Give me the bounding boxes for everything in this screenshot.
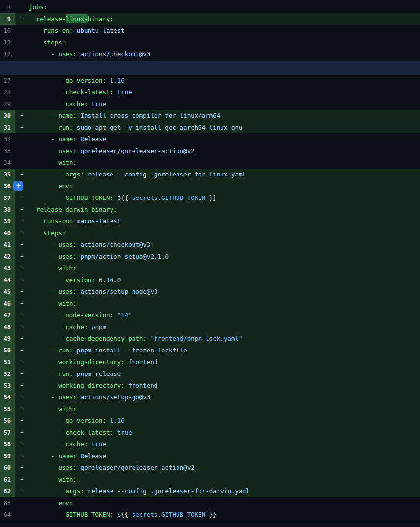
code-segment-plain [29,206,36,213]
code-segment-value: release --config .goreleaser-for-linux.y… [88,171,246,178]
code-segment-key: uses: [58,253,77,260]
expand-hidden-lines-band[interactable] [0,61,420,75]
code-segment-key: cache: [66,440,88,448]
line-number[interactable]: 27 [0,75,15,87]
line-number[interactable]: 49 [0,333,15,345]
line-number[interactable]: 53 [0,380,15,392]
line-number[interactable]: 10 [0,25,15,37]
diff-bottom-edge [0,521,420,527]
line-number[interactable]: 35 [0,169,15,180]
diff-added-marker: + [15,356,29,368]
code-text: cache: pnpm [29,321,420,333]
line-number[interactable]: 51 [0,356,15,368]
add-line-comment-button[interactable]: + [13,181,23,191]
diff-view: 8jobs:9+ release-linux-binary:10 runs-on… [0,0,420,521]
code-text: - uses: actions/setup-go@v3 [29,392,420,403]
line-number[interactable]: 56 [0,415,15,427]
diff-added-marker: + [15,368,29,380]
diff-added-marker: + [15,333,29,345]
code-text: version: 6.10.0 [29,274,420,286]
code-segment-plain: - [29,112,58,119]
line-number[interactable]: 61 [0,474,15,485]
line-number[interactable]: 59 [0,450,15,462]
diff-line-row: 64 GITHUB_TOKEN: ${{ secrets.GITHUB_TOKE… [0,509,420,521]
line-number[interactable]: 31 [0,122,15,133]
code-segment-key: version: [66,276,95,284]
code-segment-plain [29,499,58,506]
diff-added-marker [15,87,29,98]
line-number[interactable]: 40 [0,227,15,239]
code-segment-plain [113,429,117,436]
diff-line-row: 38+ release-darwin-binary: [0,204,420,216]
line-number[interactable]: 42 [0,251,15,263]
line-number[interactable]: 52 [0,368,15,380]
line-number[interactable]: 55 [0,403,15,415]
code-segment-key: with: [58,264,77,272]
diff-line-row: 58+ cache: true [0,439,420,450]
diff-line-row: 53+ working-directory: frontend [0,380,420,392]
line-number[interactable]: 41 [0,239,15,251]
line-number[interactable]: 57 [0,427,15,439]
code-segment-plain [29,194,66,201]
code-segment-plain: - [29,288,58,295]
line-number[interactable]: 30 [0,110,15,122]
line-number[interactable]: 46 [0,298,15,309]
code-segment-key: node-version: [66,311,113,319]
diff-line-row: 30+ - name: Install cross-compiler for l… [0,110,420,122]
code-text: args: release --config .goreleaser-for-l… [29,169,420,180]
code-text: run: sudo apt-get -y install gcc-aarch64… [29,122,420,133]
code-segment-value: actions/checkout@v3 [80,241,150,248]
code-segment-plain: ${{ [113,511,132,518]
line-number[interactable]: 37 [0,192,15,204]
line-number[interactable]: 62 [0,485,15,497]
line-number[interactable]: 11 [0,37,15,48]
diff-added-marker: + [15,239,29,251]
line-number[interactable]: 33 [0,145,15,157]
line-number[interactable]: 32 [0,133,15,145]
line-number[interactable]: 38 [0,204,15,216]
line-number[interactable]: 29 [0,98,15,110]
diff-line-row: 55+ with: [0,403,420,415]
line-number[interactable]: 58 [0,439,15,450]
diff-added-marker: + [15,415,29,427]
line-number[interactable]: 48 [0,321,15,333]
diff-line-row: 28 check-latest: true [0,87,420,98]
code-segment-key: with: [58,159,77,166]
code-segment-plain [29,405,58,413]
line-number[interactable]: 34 [0,157,15,169]
line-number[interactable]: 64 [0,509,15,521]
line-number[interactable]: 8 [0,1,15,13]
code-text: uses: goreleaser/goreleaser-action@v2 [29,462,420,474]
code-segment-const: 1.16 [110,77,125,84]
line-number[interactable]: 54 [0,392,15,403]
diff-added-marker: + [15,122,29,133]
line-number[interactable]: 43 [0,263,15,274]
diff-added-marker [15,145,29,157]
line-number[interactable]: 63 [0,497,15,509]
diff-added-marker: + [15,13,29,25]
code-text: go-version: 1.16 [29,75,420,87]
line-number[interactable]: 44 [0,274,15,286]
code-segment-value: pnpm [91,323,106,330]
line-number[interactable]: 47 [0,309,15,321]
line-number[interactable]: 45 [0,286,15,298]
code-segment-plain: }} [205,511,217,518]
line-number[interactable]: 50 [0,345,15,356]
code-segment-key: steps: [44,229,66,237]
code-text: cache: true [29,98,420,110]
code-segment-plain [29,182,58,190]
line-number[interactable]: 9 [0,13,15,25]
code-segment-key: check-latest: [66,88,113,96]
code-segment-plain [95,276,99,284]
diff-added-marker: + [15,169,29,180]
line-number[interactable]: 39 [0,216,15,227]
code-segment-key: GITHUB_TOKEN: [66,194,113,201]
line-number[interactable]: 12 [0,48,15,60]
code-segment-key: with: [58,300,77,307]
code-segment-key: uses: [58,464,77,471]
line-number[interactable]: 28 [0,87,15,98]
diff-line-row: 46+ with: [0,298,420,309]
code-segment-value: release --config .goreleaser-for-darwin.… [88,487,249,495]
line-number[interactable]: 60 [0,462,15,474]
code-text: args: release --config .goreleaser-for-d… [29,485,420,497]
